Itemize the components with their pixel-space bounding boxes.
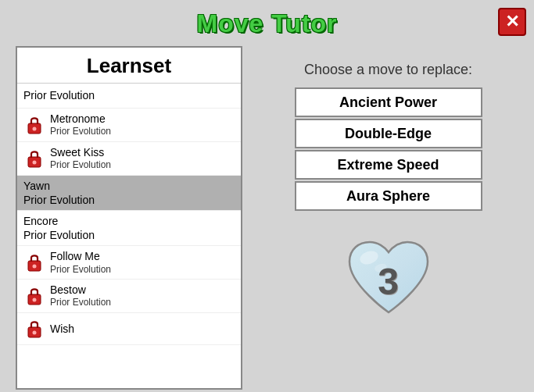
item-sub: Prior Evolution — [50, 126, 111, 138]
item-name: Sweet Kiss — [50, 145, 111, 159]
learnset-list: Prior Evolution MetronomePrior Evolution… — [17, 84, 241, 388]
item-name: Yawn — [23, 180, 50, 192]
lock-icon — [23, 283, 45, 308]
item-text: Follow MePrior Evolution — [50, 249, 111, 276]
list-item-bestow[interactable]: BestowPrior Evolution — [17, 280, 241, 313]
move-button-ancient-power[interactable]: Ancient Power — [295, 87, 482, 117]
lock-svg — [25, 284, 44, 308]
item-text: MetronomePrior Evolution — [50, 112, 111, 138]
item-name: Bestow — [50, 283, 111, 297]
item-sub: Prior Evolution — [23, 229, 95, 241]
heart-number: 3 — [378, 260, 399, 303]
main-window: Move Tutor ✕ Learnset Prior Evolution Me… — [0, 0, 534, 392]
content-area: Learnset Prior Evolution MetronomePrior … — [0, 46, 534, 383]
lock-svg — [25, 251, 44, 274]
lock-svg — [25, 113, 44, 137]
lock-icon — [23, 112, 45, 137]
move-button-aura-sphere[interactable]: Aura Sphere — [295, 181, 482, 211]
list-item-yawn[interactable]: YawnPrior Evolution — [17, 176, 241, 211]
item-name: Prior Evolution — [23, 89, 95, 102]
item-name: Follow Me — [50, 249, 111, 263]
item-text: Wish — [50, 322, 74, 336]
list-item-follow-me[interactable]: Follow MePrior Evolution — [17, 246, 241, 280]
list-item-encore[interactable]: EncorePrior Evolution — [17, 211, 241, 246]
item-name: Wish — [50, 322, 74, 336]
item-text: Sweet KissPrior Evolution — [50, 145, 111, 172]
item-name: Encore — [23, 215, 58, 227]
plain-item-text: YawnPrior Evolution — [23, 179, 95, 207]
lock-svg — [25, 317, 44, 340]
list-item-prior-evo-top[interactable]: Prior Evolution — [17, 84, 241, 109]
move-button-extreme-speed[interactable]: Extreme Speed — [295, 150, 482, 180]
item-sub: Prior Evolution — [50, 159, 111, 172]
item-text: BestowPrior Evolution — [50, 283, 111, 309]
plain-item-text: Prior Evolution — [23, 88, 95, 102]
svg-point-3 — [33, 160, 37, 164]
svg-point-7 — [33, 298, 37, 301]
lock-svg — [25, 147, 44, 170]
choose-label: Choose a move to replace: — [304, 62, 472, 78]
svg-point-9 — [33, 330, 37, 334]
learnset-panel: Learnset Prior Evolution MetronomePrior … — [16, 46, 242, 390]
plain-item-text: EncorePrior Evolution — [23, 214, 95, 242]
move-buttons-container: Ancient PowerDouble-EdgeExtreme SpeedAur… — [295, 87, 482, 212]
close-button[interactable]: ✕ — [498, 8, 526, 36]
learnset-title: Learnset — [17, 48, 241, 84]
lock-icon — [23, 250, 45, 275]
list-item-metronome[interactable]: MetronomePrior Evolution — [17, 109, 241, 142]
lock-icon — [23, 146, 45, 171]
lock-icon — [23, 316, 45, 341]
heart-container: 3 — [342, 234, 435, 328]
list-item-sweet-kiss[interactable]: Sweet KissPrior Evolution — [17, 142, 241, 176]
item-sub: Prior Evolution — [50, 297, 111, 309]
list-item-wish[interactable]: Wish — [17, 313, 241, 345]
svg-point-5 — [33, 265, 37, 269]
right-panel: Choose a move to replace: Ancient PowerD… — [258, 46, 518, 383]
move-button-double-edge[interactable]: Double-Edge — [295, 119, 482, 148]
svg-point-1 — [33, 127, 37, 130]
window-title: Move Tutor — [0, 0, 534, 46]
item-sub: Prior Evolution — [50, 264, 111, 276]
item-name: Metronome — [50, 112, 111, 126]
item-sub: Prior Evolution — [23, 194, 95, 206]
